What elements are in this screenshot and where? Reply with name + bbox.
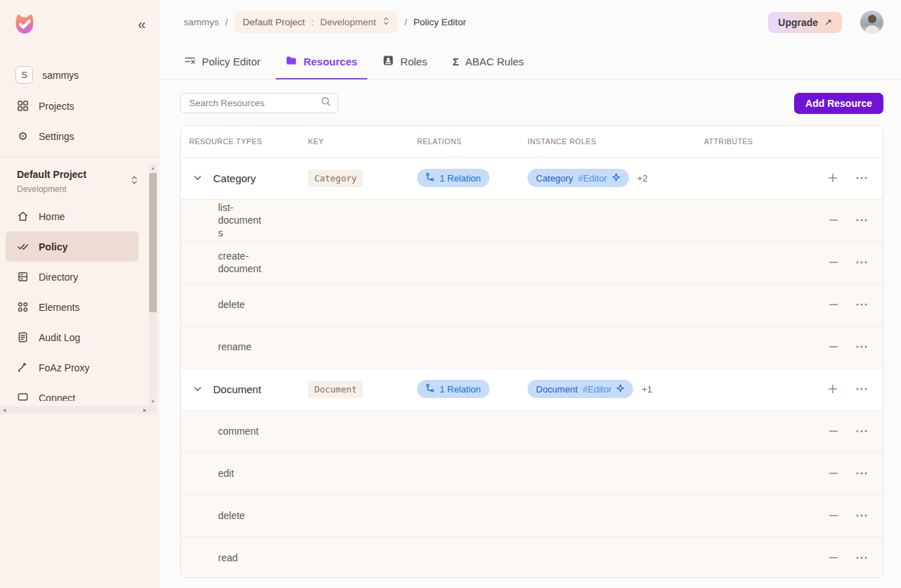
sidebar-item-label: Settings [39,131,75,142]
row-menu-icon[interactable] [856,472,867,475]
org-name: sammys [42,70,79,81]
table-row-action: read [181,537,883,578]
add-resource-button[interactable]: Add Resource [794,93,883,114]
scroll-right-arrow-icon[interactable]: ▶ [141,406,149,414]
scroll-down-arrow-icon[interactable]: ▼ [149,397,157,406]
search-box[interactable] [180,93,338,113]
extra-roles-count[interactable]: +1 [641,384,652,395]
relations-label: 1 Relation [440,384,481,395]
monitor-icon [17,392,29,401]
column-header-key: KEY [308,137,417,146]
sidebar-item-label: Audit Log [39,332,80,343]
table-row-action: rename [181,326,883,368]
row-menu-icon[interactable] [856,388,867,390]
row-menu-icon[interactable] [856,430,867,433]
action-name: comment [189,425,262,437]
remove-action-icon[interactable] [829,472,838,475]
breadcrumb-separator: / [404,17,407,27]
project-environment-selector[interactable]: Default Project Development [6,169,139,194]
resource-key-badge: Category [308,170,363,187]
user-avatar[interactable] [860,11,883,34]
column-header-resource-types: RESOURCE TYPES [189,137,308,146]
grid-icon [17,100,29,112]
table-row-action: delete [181,283,883,326]
directory-icon [17,271,29,283]
breadcrumb-project-env-selector[interactable]: Default Project : Development [234,11,398,33]
action-name: edit [189,467,262,480]
sidebar-item-label: Policy [39,241,68,253]
row-menu-icon[interactable] [856,177,867,179]
row-menu-icon[interactable] [856,556,867,559]
row-menu-icon[interactable] [856,345,867,348]
table-row-resource-document: Document Document 1 Relation Document#Ed… [181,368,883,410]
search-icon [321,96,331,110]
tab-label: ABAC Rules [465,56,523,68]
instance-role-pill[interactable]: Document#Editor [528,380,633,398]
extra-roles-count[interactable]: +2 [637,173,648,184]
tab-roles[interactable]: Roles [383,45,427,79]
role-name-part: #Editor [582,384,611,395]
relations-pill[interactable]: 1 Relation [417,169,490,187]
remove-action-icon[interactable] [829,556,838,559]
permit-logo-icon[interactable] [11,11,38,38]
sidebar-item-connect[interactable]: Connect [6,383,139,401]
add-action-icon[interactable] [827,172,838,184]
sidebar-item-policy[interactable]: Policy [6,231,139,262]
sidebar-item-home[interactable]: Home [6,201,139,231]
chevron-down-icon[interactable] [193,173,203,183]
chevron-down-icon[interactable] [193,384,203,394]
column-header-instance-roles: INSTANCE ROLES [528,137,704,146]
remove-action-icon[interactable] [829,430,838,433]
sidebar-item-projects[interactable]: Projects [0,91,160,121]
tab-resources[interactable]: Resources [286,45,357,79]
sidebar-item-audit-log[interactable]: Audit Log [6,322,139,352]
elements-icon [17,301,29,313]
upgrade-label: Upgrade [778,17,818,28]
breadcrumb-project: Default Project [243,17,305,27]
sidebar-item-settings[interactable]: ⚙ Settings [0,121,160,151]
resource-name: Category [213,172,256,184]
scroll-left-arrow-icon[interactable]: ◀ [0,406,8,414]
remove-action-icon[interactable] [829,219,838,222]
double-check-icon [17,241,29,253]
remove-action-icon[interactable] [829,303,838,306]
policy-editor-icon [184,55,196,68]
breadcrumb-colon: : [312,17,314,27]
folder-icon [286,55,297,68]
sidebar-item-foaz-proxy[interactable]: FoAz Proxy [6,352,139,383]
resources-toolbar: Add Resource [180,93,883,114]
action-name: read [189,551,262,564]
gear-icon: ⚙ [17,130,29,142]
tab-label: Roles [400,56,427,68]
sidebar-horizontal-scrollbar[interactable]: ◀ ▶ [0,406,149,414]
breadcrumb-environment: Development [320,17,376,27]
remove-action-icon[interactable] [829,261,838,264]
row-menu-icon[interactable] [856,219,867,222]
row-menu-icon[interactable] [856,261,867,264]
proxy-path-icon [17,362,29,373]
action-name: rename [189,340,262,353]
remove-action-icon[interactable] [829,345,838,348]
add-action-icon[interactable] [827,383,838,395]
row-menu-icon[interactable] [856,303,867,306]
table-row-action: create-document [181,241,883,283]
instance-role-pill[interactable]: Category#Editor [528,169,629,187]
org-switcher[interactable]: S sammys [15,66,160,84]
row-menu-icon[interactable] [856,514,867,517]
diamond-star-icon [616,384,625,395]
tab-abac-rules[interactable]: Σ ABAC Rules [452,45,523,79]
relations-pill[interactable]: 1 Relation [417,380,490,398]
action-name: create-document [189,250,262,275]
scroll-up-arrow-icon[interactable]: ▲ [149,164,157,172]
tab-policy-editor[interactable]: Policy Editor [184,45,260,79]
upgrade-button[interactable]: Upgrade ↗ [768,12,842,33]
remove-action-icon[interactable] [829,514,838,517]
breadcrumb-org[interactable]: sammys [184,17,219,27]
sidebar-vertical-scrollbar[interactable]: ▲ ▼ [149,164,157,414]
scrollbar-thumb[interactable] [149,173,157,312]
sidebar-collapse-icon[interactable]: « [138,17,144,31]
sidebar-item-directory[interactable]: Directory [6,262,139,292]
sidebar: « S sammys Projects ⚙ Settings Default P… [0,0,160,588]
sidebar-item-elements[interactable]: Elements [6,292,139,322]
search-input[interactable] [188,97,321,109]
